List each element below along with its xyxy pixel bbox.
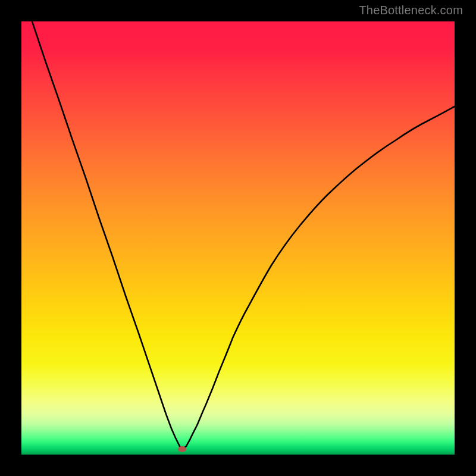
curve-layer — [21, 21, 455, 455]
min-marker-dot — [178, 446, 186, 452]
bottleneck-curve — [32, 21, 455, 449]
watermark-text: TheBottleneck.com — [359, 4, 463, 17]
plot-area — [21, 21, 455, 455]
chart-frame: TheBottleneck.com — [0, 0, 476, 476]
